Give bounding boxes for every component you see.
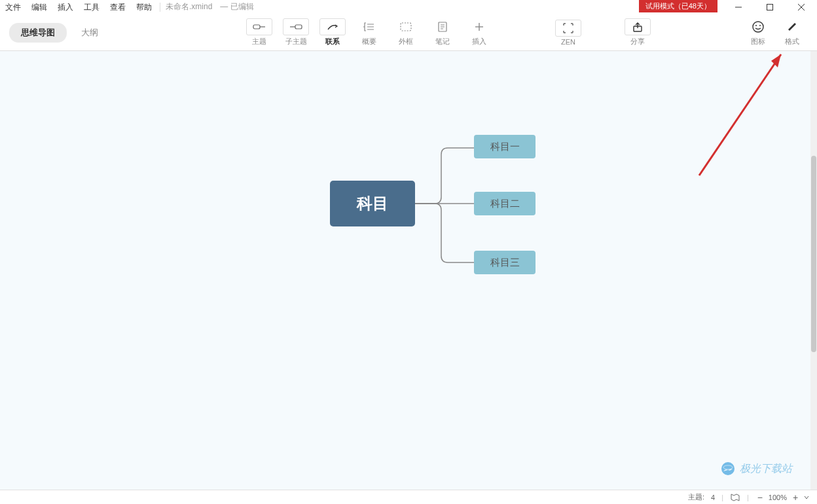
- boundary-icon: [399, 22, 412, 32]
- tool-summary[interactable]: 概要: [351, 17, 388, 48]
- sub-topic-2[interactable]: 科目二: [474, 192, 536, 215]
- map-icon[interactable]: [730, 493, 740, 502]
- tool-subtopic-label: 子主题: [285, 37, 307, 46]
- svg-rect-11: [401, 23, 411, 31]
- zoom-value: 100%: [769, 494, 787, 501]
- watermark-text: 极光下载站: [740, 462, 792, 476]
- zen-share-group: ZEN 分享: [550, 14, 656, 50]
- summary-icon: [362, 22, 376, 32]
- sub-topic-3[interactable]: 科目三: [474, 251, 536, 274]
- menu-insert[interactable]: 插入: [52, 0, 79, 14]
- document-status: — 已编辑: [215, 1, 253, 12]
- tool-boundary[interactable]: 外框: [388, 17, 424, 48]
- tool-note[interactable]: 笔记: [424, 17, 461, 48]
- zoom-in-button[interactable]: +: [791, 492, 800, 503]
- tool-note-label: 笔记: [435, 37, 450, 46]
- svg-rect-4: [253, 25, 260, 29]
- vertical-scrollbar[interactable]: [810, 51, 817, 490]
- menu-view[interactable]: 查看: [105, 0, 131, 14]
- tool-relation[interactable]: 联系: [314, 17, 351, 48]
- tool-iconlib-label: 图标: [751, 37, 765, 46]
- tool-iconlib[interactable]: 图标: [741, 18, 775, 46]
- zen-icon: [562, 22, 574, 34]
- subtopic-icon: [289, 22, 303, 31]
- close-icon: [798, 4, 805, 10]
- tool-relation-label: 联系: [325, 37, 340, 46]
- menu-file[interactable]: 文件: [0, 0, 26, 14]
- tool-topic[interactable]: 主题: [241, 17, 278, 48]
- tool-zen-label: ZEN: [561, 38, 575, 46]
- share-icon: [632, 21, 644, 33]
- trial-badge: 试用模式（已48天）: [639, 0, 717, 12]
- relation-icon: [325, 22, 340, 31]
- tool-subtopic[interactable]: 子主题: [278, 17, 314, 48]
- status-separator: |: [721, 494, 723, 501]
- maximize-button[interactable]: [754, 0, 786, 14]
- minimize-icon: [735, 4, 742, 10]
- menubar: 文件 编辑 插入 工具 查看 帮助 未命名.xmind — 已编辑 试用模式（已…: [0, 0, 817, 14]
- document-title: 未命名.xmind: [163, 1, 215, 12]
- tool-share-label: 分享: [630, 37, 645, 46]
- tool-insert[interactable]: 插入: [461, 17, 498, 48]
- close-button[interactable]: [786, 0, 817, 14]
- tool-share[interactable]: 分享: [619, 17, 656, 48]
- tab-outline[interactable]: 大纲: [69, 23, 110, 43]
- svg-point-19: [753, 22, 763, 32]
- tool-format[interactable]: 格式: [775, 18, 809, 46]
- tab-mindmap[interactable]: 思维导图: [9, 23, 67, 43]
- connectors: [415, 128, 474, 285]
- topic-count-label: 主题:: [688, 492, 704, 502]
- status-separator: |: [747, 494, 749, 501]
- red-arrow-annotation: [693, 51, 791, 179]
- watermark: 极光下载站: [720, 461, 792, 477]
- svg-rect-1: [767, 5, 773, 10]
- canvas[interactable]: 科目 科目一 科目二 科目三 极光下载站: [0, 51, 810, 490]
- menu-tools[interactable]: 工具: [79, 0, 105, 14]
- window-controls: [723, 0, 817, 14]
- svg-marker-23: [771, 54, 781, 67]
- view-tabs: 思维导图 大纲: [9, 23, 110, 43]
- minimize-button[interactable]: [723, 0, 754, 14]
- plus-icon: [474, 22, 484, 32]
- svg-point-20: [755, 25, 757, 26]
- tool-boundary-label: 外框: [399, 37, 413, 46]
- topic-icon: [252, 22, 266, 31]
- zoom-control: − 100% +: [755, 492, 809, 503]
- central-topic[interactable]: 科目: [330, 181, 415, 226]
- tool-zen[interactable]: ZEN: [550, 18, 587, 47]
- globe-icon: [720, 461, 736, 477]
- tool-format-label: 格式: [785, 37, 799, 46]
- svg-rect-7: [295, 25, 302, 29]
- tool-summary-label: 概要: [362, 37, 376, 46]
- toolbar: 思维导图 大纲 主题 子主题 联系 概要 外框 笔记 插入: [0, 14, 817, 51]
- maximize-icon: [767, 4, 773, 10]
- tool-topic-label: 主题: [252, 37, 266, 46]
- menu-edit[interactable]: 编辑: [26, 0, 52, 14]
- menu-help[interactable]: 帮助: [131, 0, 157, 14]
- tool-group: 主题 子主题 联系 概要 外框 笔记 插入: [241, 17, 498, 48]
- statusbar: 主题: 4 | | − 100% +: [0, 490, 817, 504]
- note-icon: [437, 21, 448, 33]
- sub-topic-1[interactable]: 科目一: [474, 135, 536, 158]
- menu-divider: [160, 3, 160, 12]
- svg-line-22: [699, 54, 781, 175]
- tool-insert-label: 插入: [472, 37, 486, 46]
- zoom-out-button[interactable]: −: [755, 492, 765, 503]
- scrollbar-thumb[interactable]: [811, 156, 816, 352]
- brush-icon: [786, 20, 799, 33]
- toolbar-right: 图标 格式: [741, 14, 809, 50]
- smiley-icon: [752, 20, 765, 33]
- chevron-down-icon[interactable]: [804, 495, 809, 500]
- topic-count-value: 4: [711, 494, 715, 501]
- svg-point-21: [759, 25, 761, 26]
